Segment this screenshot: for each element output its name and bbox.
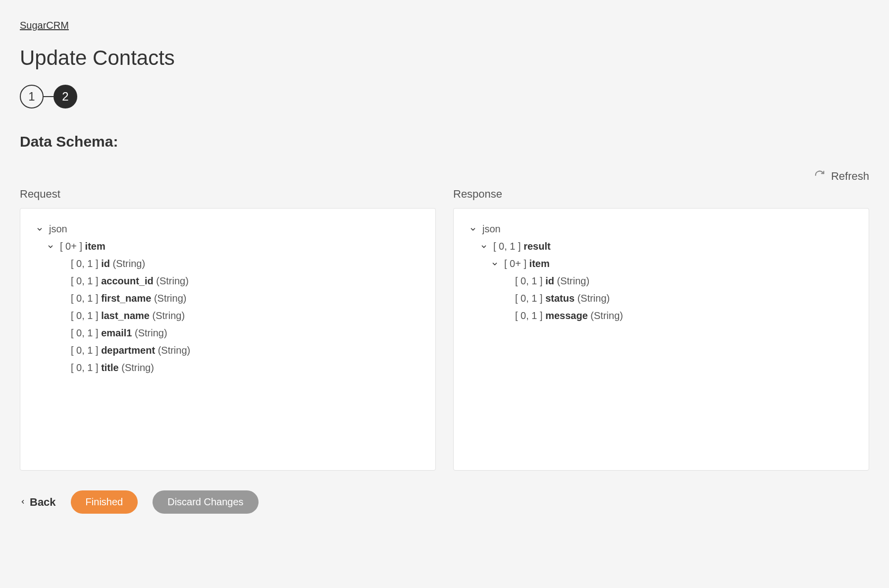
field-name: result: [523, 241, 550, 252]
schema-field[interactable]: [ 0, 1 ] department (String): [71, 345, 420, 356]
chevron-down-icon[interactable]: [479, 243, 488, 250]
cardinality: [ 0, 1 ]: [71, 293, 99, 304]
field-name: department: [101, 345, 155, 356]
schema-field[interactable]: [ 0, 1 ] account_id (String): [71, 275, 420, 287]
section-heading-data-schema: Data Schema:: [20, 133, 869, 150]
finished-button[interactable]: Finished: [71, 490, 138, 514]
cardinality: [ 0, 1 ]: [71, 275, 99, 286]
schema-field[interactable]: [ 0, 1 ] last_name (String): [71, 310, 420, 321]
field-type: (String): [557, 275, 590, 286]
cardinality: [ 0, 1 ]: [493, 241, 521, 252]
field-type: (String): [590, 310, 623, 321]
discard-changes-button[interactable]: Discard Changes: [153, 490, 258, 514]
refresh-icon[interactable]: [814, 170, 825, 183]
response-label: Response: [453, 188, 869, 201]
cardinality: [ 0, 1 ]: [71, 345, 99, 356]
field-type: (String): [158, 345, 191, 356]
stepper: 1 2: [20, 85, 869, 108]
page-title: Update Contacts: [20, 46, 869, 70]
field-type: (String): [121, 362, 154, 373]
chevron-down-icon[interactable]: [490, 261, 499, 267]
field-type: (String): [156, 275, 189, 286]
chevron-down-icon[interactable]: [46, 243, 55, 250]
request-column: Request json [ 0+ ] item: [20, 188, 436, 471]
field-name: status: [545, 293, 575, 304]
cardinality: [ 0, 1 ]: [71, 310, 99, 321]
cardinality: [ 0, 1 ]: [515, 293, 543, 304]
response-column: Response json [ 0, 1 ] result: [453, 188, 869, 471]
chevron-down-icon[interactable]: [35, 226, 44, 233]
field-name: account_id: [101, 275, 154, 286]
field-type: (String): [153, 310, 185, 321]
field-name: item: [85, 241, 105, 252]
schema-field[interactable]: [ 0, 1 ] id (String): [515, 275, 854, 287]
back-label: Back: [30, 496, 56, 509]
schema-field[interactable]: [ 0, 1 ] message (String): [515, 310, 854, 321]
field-name: id: [545, 275, 554, 286]
field-name: first_name: [101, 293, 151, 304]
cardinality: [ 0, 1 ]: [515, 275, 543, 286]
json-label: json: [49, 223, 67, 235]
response-item-node[interactable]: [ 0+ ] item: [490, 258, 854, 269]
cardinality: [ 0+ ]: [504, 258, 526, 269]
cardinality: [ 0, 1 ]: [71, 362, 99, 373]
schema-field[interactable]: [ 0, 1 ] email1 (String): [71, 327, 420, 339]
request-item-node[interactable]: [ 0+ ] item: [46, 241, 420, 252]
schema-field[interactable]: [ 0, 1 ] status (String): [515, 293, 854, 304]
step-2[interactable]: 2: [53, 85, 77, 108]
field-type: (String): [577, 293, 610, 304]
field-type: (String): [135, 327, 167, 338]
chevron-down-icon[interactable]: [469, 226, 477, 233]
cardinality: [ 0+ ]: [60, 241, 82, 252]
chevron-left-icon: [20, 496, 26, 509]
breadcrumb-sugarcrm[interactable]: SugarCRM: [20, 20, 869, 31]
cardinality: [ 0, 1 ]: [71, 258, 99, 269]
response-schema-box: json [ 0, 1 ] result: [453, 208, 869, 471]
back-button[interactable]: Back: [20, 496, 56, 509]
request-label: Request: [20, 188, 436, 201]
field-name: item: [529, 258, 550, 269]
field-name: message: [545, 310, 588, 321]
field-name: id: [101, 258, 110, 269]
cardinality: [ 0, 1 ]: [515, 310, 543, 321]
cardinality: [ 0, 1 ]: [71, 327, 99, 338]
schema-field[interactable]: [ 0, 1 ] first_name (String): [71, 293, 420, 304]
json-label: json: [482, 223, 501, 235]
request-json-node[interactable]: json: [35, 223, 420, 235]
field-type: (String): [113, 258, 146, 269]
field-name: email1: [101, 327, 132, 338]
step-1[interactable]: 1: [20, 85, 44, 108]
refresh-button[interactable]: Refresh: [831, 170, 869, 183]
request-schema-box: json [ 0+ ] item [ 0, 1 ] id (String)[ 0…: [20, 208, 436, 471]
schema-field[interactable]: [ 0, 1 ] id (String): [71, 258, 420, 269]
schema-field[interactable]: [ 0, 1 ] title (String): [71, 362, 420, 374]
response-result-node[interactable]: [ 0, 1 ] result: [479, 241, 854, 252]
field-name: title: [101, 362, 119, 373]
field-type: (String): [154, 293, 187, 304]
response-json-node[interactable]: json: [469, 223, 854, 235]
field-name: last_name: [101, 310, 150, 321]
step-connector: [44, 96, 53, 97]
